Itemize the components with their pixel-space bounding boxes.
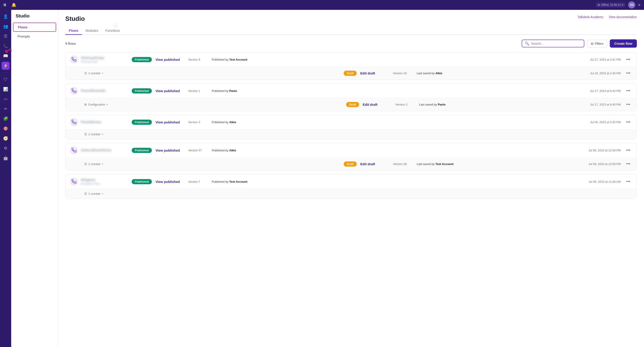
sidebar-title: Studio (11, 14, 58, 22)
timestamp-draft-2: Jul 17, 2023 at 6:45 PM (580, 103, 621, 106)
flow-name-section-1: AleksayCopy AleksayCopy (70, 56, 128, 64)
filter-icon: ⊟ (591, 42, 594, 46)
sidebar-icon-code[interactable]: </> (2, 95, 10, 103)
icon-sidebar: 👤 👥 ☰ 📞 📖 ⚡ 🛡 📊 </> ✏ 🧩 🎯 🧭 ⚙ 🤖 (0, 10, 11, 347)
text-sidebar: Studio Flows Prompts ↪ (11, 10, 58, 347)
version-info-draft-2: Version 2 (395, 103, 416, 106)
flow-number-tag-5[interactable]: ☰ 1 number ▾ (84, 192, 103, 196)
avatar[interactable]: OD (628, 1, 635, 8)
edit-draft-link-2[interactable]: Edit draft (363, 102, 392, 106)
sidebar-collapse-button[interactable]: ‹ (114, 23, 118, 28)
sidebar-icon-agent[interactable]: 🤖 (2, 154, 10, 162)
flow-name-section-2: PavioDemods (70, 87, 128, 95)
version-info-draft-1: Version 10 (393, 72, 413, 75)
flow-icon-2 (70, 87, 78, 95)
flows-list: AleksayCopy AleksayCopy Published View p… (65, 52, 637, 199)
flow-row-draft-2: ⊞ Configuration ▾ Draft Edit draft Versi… (66, 98, 636, 111)
more-menu-draft-4[interactable]: ••• (624, 161, 632, 167)
number-tag-icon: ☰ (84, 132, 87, 136)
filters-label: Filters (595, 42, 603, 46)
flow-tag-draft-4[interactable]: ☰ 1 number ▾ (84, 162, 103, 166)
published-badge-3: Published (132, 120, 152, 125)
view-documentation-link[interactable]: View documentation (609, 15, 637, 19)
flow-tag-draft-1[interactable]: ☰ 1 number ▾ (84, 72, 103, 75)
status-indicator[interactable]: Offline 22:56:14 ▾ (596, 2, 626, 8)
sidebar-icon-settings[interactable]: ⚙ (2, 144, 10, 152)
more-menu-5[interactable]: ••• (624, 178, 632, 185)
saved-info-4: Published by Alkis (212, 149, 256, 152)
saved-info-2: Published by Pavlo (212, 89, 256, 92)
hamburger-menu-icon[interactable]: ≡ (638, 3, 640, 8)
timestamp-published-2: Jul 17, 2023 at 6:44 PM (580, 89, 621, 92)
flow-title-3: PavloDemo (81, 120, 126, 124)
flow-name-section-4: JamesDeanVoice (70, 146, 128, 154)
edit-draft-link-4[interactable]: Edit draft (360, 162, 389, 166)
more-menu-draft-1[interactable]: ••• (624, 70, 632, 76)
flow-number-tag-3[interactable]: ☰ 1 number ▾ (84, 132, 103, 136)
view-published-link-4[interactable]: View published (156, 148, 184, 152)
flow-row-draft-4: ☰ 1 number ▾ Draft Edit draft Version 58… (66, 158, 636, 170)
bell-icon[interactable]: 🔔 (12, 2, 16, 8)
view-published-link-3[interactable]: View published (156, 120, 184, 124)
tag-icon: ☰ (84, 162, 87, 166)
main-content: Studio Talkdesk Academy View documentati… (58, 10, 644, 347)
flow-name-2: PavioDemods (81, 89, 126, 93)
flow-row-published-5: OKgtest devaletest flow Published View p… (66, 174, 636, 189)
timestamp-published-5: Jul 06, 2023 at 11:46 AM (580, 180, 621, 183)
sidebar-icon-studio[interactable]: ⚡ (2, 62, 10, 70)
flow-row-published-1: AleksayCopy AleksayCopy Published View p… (66, 52, 636, 67)
timestamp-published-3: Jul 06, 2023 at 3:30 PM (580, 120, 621, 124)
tab-modules[interactable]: Modules (82, 27, 102, 35)
more-menu-2[interactable]: ••• (624, 88, 632, 94)
flow-row-published-4: JamesDeanVoice Published View published … (66, 143, 636, 158)
flow-name-1: AleksayCopy AleksayCopy (81, 56, 126, 63)
flow-row-mid-draft-4: Draft Edit draft Version 58 Last saved b… (344, 162, 577, 166)
flow-tag-draft-2[interactable]: ⊞ Configuration ▾ (84, 103, 108, 106)
flow-title-1: AleksayCopy (81, 56, 126, 60)
more-menu-1[interactable]: ••• (624, 56, 632, 63)
saved-info-draft-2: Last saved by Pavlo (419, 103, 464, 106)
view-published-link-5[interactable]: View published (156, 180, 184, 184)
more-menu-draft-2[interactable]: ••• (624, 101, 632, 108)
sidebar-icon-analytics[interactable]: 📊 (2, 85, 10, 93)
sidebar-item-prompts[interactable]: Prompts (13, 32, 56, 40)
view-published-link-2[interactable]: View published (156, 89, 184, 93)
search-input[interactable] (531, 42, 581, 46)
saved-info-3: Published by Alkis (212, 120, 256, 124)
talkdesk-academy-link[interactable]: Talkdesk Academy (577, 15, 603, 19)
flow-row-draft-1: ☰ 1 number ▾ Draft Edit draft Version 10… (66, 67, 636, 80)
tab-functions[interactable]: Functions (102, 27, 124, 35)
sidebar-icon-user[interactable]: 👤 (2, 12, 10, 20)
logo-icon: it (4, 3, 6, 8)
version-info-4: Version 57 (188, 149, 208, 152)
filters-button[interactable]: ⊟ Filters (587, 40, 607, 48)
draft-badge-2: Draft (346, 102, 359, 107)
version-info-1: Version 9 (188, 58, 208, 61)
sidebar-item-flows[interactable]: Flows (13, 22, 56, 32)
sidebar-icon-list[interactable]: ☰ (2, 32, 10, 40)
sidebar-icon-contacts[interactable]: 👥 (2, 22, 10, 30)
published-badge-2: Published (132, 88, 152, 94)
sidebar-icon-shield[interactable]: 🛡 (2, 75, 10, 84)
flow-row-mid-published-3: Published View published Version 3 Publi… (132, 120, 577, 125)
flow-name-5: OKgtest devaletest flow (81, 178, 126, 185)
saved-info-1: Published by Test Account (212, 58, 256, 61)
number-tag-icon: ☰ (84, 192, 87, 196)
more-menu-3[interactable]: ••• (624, 119, 632, 126)
search-box[interactable]: 🔍 (522, 40, 584, 48)
sidebar-icon-puzzle[interactable]: 🧩 (2, 115, 10, 123)
sidebar-icon-book[interactable]: 📖 (2, 52, 10, 60)
sidebar-icon-compass[interactable]: 🧭 (2, 134, 10, 142)
more-menu-4[interactable]: ••• (624, 147, 632, 154)
view-published-link-1[interactable]: View published (156, 58, 184, 62)
sidebar-icon-edit[interactable]: ✏ (2, 105, 10, 113)
create-flow-button[interactable]: Create flow (610, 39, 637, 48)
version-info-5: Version 7 (188, 180, 208, 183)
status-dot (598, 4, 600, 6)
flow-card-2: PavioDemods Published View published Ver… (65, 84, 637, 111)
tab-flows[interactable]: Flows (65, 27, 82, 35)
edit-draft-link-1[interactable]: Edit draft (360, 71, 389, 75)
sidebar-icon-target[interactable]: 🎯 (2, 124, 10, 132)
flow-row-published-2: PavioDemods Published View published Ver… (66, 84, 636, 98)
sidebar-icon-phone[interactable]: 📞 (2, 42, 10, 50)
